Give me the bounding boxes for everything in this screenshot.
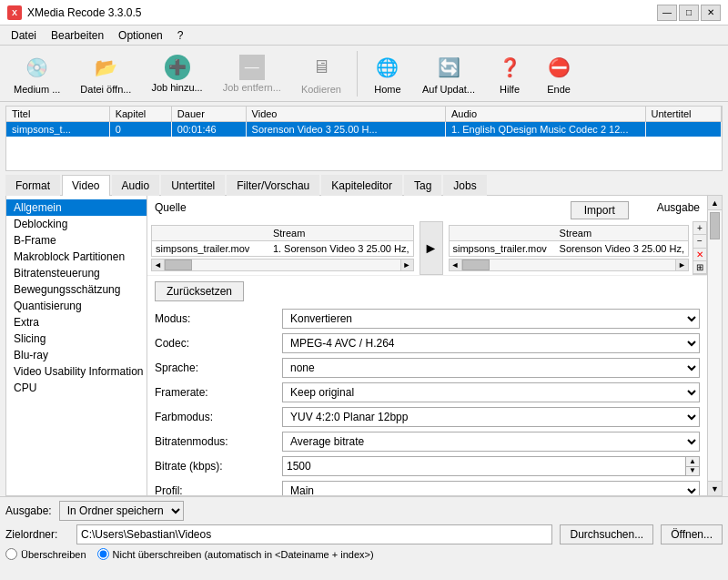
menu-bearbeiten[interactable]: Bearbeiten [44,27,111,44]
tab-tag[interactable]: Tag [404,175,441,196]
sidebar-item-extra[interactable]: Extra [6,314,147,331]
hscroll2-left-icon[interactable]: ◄ [450,259,462,270]
output-hscrollbar[interactable]: ◄ ► [449,259,690,271]
tab-video[interactable]: Video [62,175,109,196]
file-table: Titel Kapitel Dauer Video Audio Untertit… [6,107,722,137]
hscroll-left-icon[interactable]: ◄ [152,259,165,270]
tab-jobs[interactable]: Jobs [443,175,486,196]
ende-label: Ende [547,84,571,95]
main-vscrollbar[interactable]: ▲ ▼ [707,196,722,495]
sidebar-item-vui[interactable]: Video Usability Information [6,363,147,380]
output-scroll-up[interactable]: + [693,222,706,235]
job-add-label: Job hinzu... [151,82,202,93]
zielordner-input[interactable] [76,524,552,544]
output-stream-row[interactable]: simpsons_trailer.mov Sorenson Video 3 25… [449,241,689,257]
codec-select[interactable]: MPEG-4 AVC / H.264 [282,333,700,353]
codec-control[interactable]: MPEG-4 AVC / H.264 [282,333,700,353]
menu-datei[interactable]: Datei [4,27,44,44]
spinbox-down-button[interactable]: ▼ [685,467,700,477]
menu-optionen[interactable]: Optionen [111,27,170,44]
sidebar-item-bitraten[interactable]: Bitratensteuerung [6,265,147,281]
sidebar-item-makroblock[interactable]: Makroblock Partitionen [6,249,147,265]
source-output-header: Quelle Import Ausgabe [147,196,707,221]
modus-control[interactable]: Konvertieren Kopieren [282,309,700,329]
profil-label: Profil: [155,484,282,495]
stream-arrow-button[interactable]: ► [420,221,443,275]
hscroll-right-icon[interactable]: ► [400,259,413,270]
toolbar-update[interactable]: 🔄 Auf Updat... [414,48,483,99]
medium-label: Medium ... [14,84,60,95]
maximize-button[interactable]: □ [679,5,699,21]
sidebar-item-cpu[interactable]: CPU [6,380,147,396]
toolbar-job-add[interactable]: ➕ Job hinzu... [143,50,210,97]
framerate-select[interactable]: Keep original [282,382,700,402]
durchsuchen-button[interactable]: Durchsuchen... [560,524,653,544]
farbmodus-select[interactable]: YUV 4:2:0 Planar 12bpp [282,407,700,427]
vscroll-up-button[interactable]: ▲ [708,196,722,210]
ausgabe-select[interactable]: In Ordner speichern Anderer Ordner [59,501,184,521]
close-button[interactable]: ✕ [701,5,721,21]
hscroll-thumb[interactable] [165,259,192,270]
codec-settings-panel: Zurücksetzen Modus: Konvertieren Kopiere… [147,276,707,495]
profil-select[interactable]: Main [282,481,700,495]
hscroll2-right-icon[interactable]: ► [675,259,688,270]
output-scroll-x[interactable]: ✕ [693,249,706,261]
hscroll2-thumb[interactable] [462,259,490,270]
tabs-container: Format Video Audio Untertitel Filter/Vor… [5,175,723,196]
toolbar-ende[interactable]: ⛔ Ende [536,48,581,99]
tab-format[interactable]: Format [5,175,60,196]
bitrate-spinbox[interactable]: ▲ ▼ [282,456,700,476]
toolbar-hilfe[interactable]: ❓ Hilfe [487,48,532,99]
bitrate-control[interactable]: ▲ ▼ [282,456,700,476]
file-list[interactable]: Titel Kapitel Dauer Video Audio Untertit… [5,106,723,171]
vscroll-thumb[interactable] [710,212,720,239]
profil-control[interactable]: Main [282,481,700,495]
bitrate-input[interactable] [282,456,685,476]
sidebar-item-slicing[interactable]: Slicing [6,331,147,347]
minimize-button[interactable]: — [657,5,677,21]
farbmodus-control[interactable]: YUV 4:2:0 Planar 12bpp [282,407,700,427]
modus-select[interactable]: Konvertieren Kopieren [282,309,700,329]
no-overwrite-radio[interactable] [97,548,109,560]
modus-label: Modus: [155,312,282,325]
vscroll-down-button[interactable]: ▼ [708,481,722,495]
hscroll-track [165,259,400,270]
setting-framerate: Framerate: Keep original [155,382,700,402]
sidebar-item-bewegung[interactable]: Bewegungsschätzung [6,281,147,298]
job-remove-label: Job entfern... [223,82,281,93]
reset-button[interactable]: Zurücksetzen [155,281,244,301]
no-overwrite-radio-label[interactable]: Nicht überschreiben (automatisch in <Dat… [97,548,374,560]
table-row[interactable]: simpsons_t... 0 00:01:46 Sorenson Video … [6,122,722,137]
menu-help[interactable]: ? [170,27,191,44]
sprache-select[interactable]: none [282,358,700,378]
framerate-control[interactable]: Keep original [282,382,700,402]
output-scroll-grid[interactable]: ⊞ [693,261,706,274]
tab-untertitel[interactable]: Untertitel [161,175,225,196]
toolbar-datei-offnen[interactable]: 📂 Datei öffn... [72,48,139,99]
offnen-button[interactable]: Öffnen... [661,524,723,544]
overwrite-radio-label[interactable]: Überschreiben [5,548,86,560]
spinbox-up-button[interactable]: ▲ [685,456,700,467]
tab-audio[interactable]: Audio [112,175,160,196]
source-stream-row[interactable]: simpsons_trailer.mov 1. Sorenson Video 3… [152,241,414,257]
source-hscrollbar[interactable]: ◄ ► [151,259,414,271]
sidebar-item-allgemein[interactable]: Allgemein [6,199,147,216]
toolbar-home[interactable]: 🌐 Home [365,48,410,99]
output-stream-val: Sorenson Video 3 25.00 Hz, [556,241,689,257]
tab-filter[interactable]: Filter/Vorschau [227,175,319,196]
bitratenmodus-select[interactable]: Average bitrate [282,432,700,452]
sprache-control[interactable]: none [282,358,700,378]
tab-kapiteleditor[interactable]: Kapiteleditor [321,175,402,196]
overwrite-radio[interactable] [5,548,17,560]
import-button[interactable]: Import [571,201,629,219]
sidebar-item-deblocking[interactable]: Deblocking [6,216,147,232]
sidebar-item-bframe[interactable]: B-Frame [6,232,147,249]
sidebar-item-quantisierung[interactable]: Quantisierung [6,298,147,314]
bitratenmodus-control[interactable]: Average bitrate [282,432,700,452]
sidebar-item-bluray[interactable]: Blu-ray [6,347,147,363]
vscroll-track[interactable] [708,210,722,481]
toolbar-medium[interactable]: 💿 Medium ... [5,48,68,99]
ausgabe-label: Ausgabe: [5,504,52,517]
cell-untertitel [645,122,721,137]
output-scroll-minus[interactable]: − [693,235,706,248]
